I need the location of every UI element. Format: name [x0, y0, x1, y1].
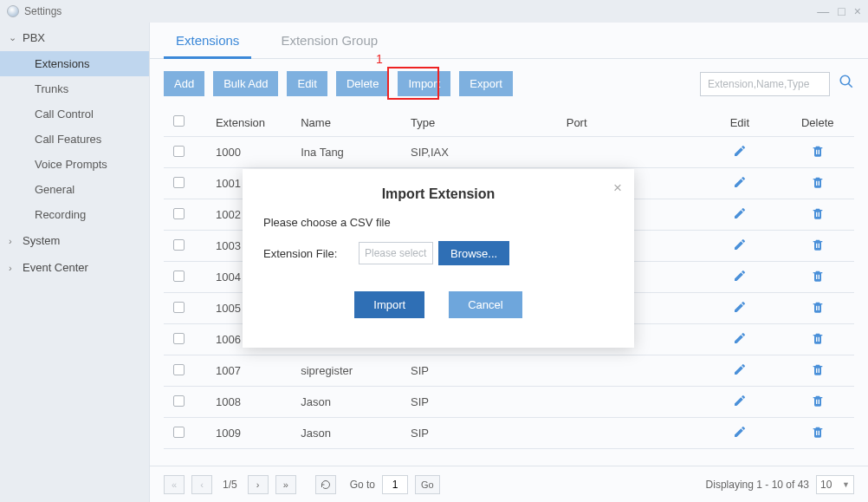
- extension-file-input[interactable]: Please select: [359, 242, 433, 264]
- delete-icon[interactable]: [811, 272, 825, 285]
- bulk-add-button[interactable]: Bulk Add: [213, 71, 278, 96]
- row-checkbox[interactable]: [173, 302, 185, 313]
- sidebar-item-general[interactable]: General: [0, 177, 149, 202]
- tab-extensions[interactable]: Extensions: [164, 29, 251, 59]
- window-close-button[interactable]: ×: [854, 0, 861, 23]
- cell-type: SIP,IAX: [405, 137, 561, 168]
- edit-icon[interactable]: [733, 366, 747, 379]
- page-refresh-button[interactable]: [315, 475, 336, 494]
- sidebar-item-trunks[interactable]: Trunks: [0, 76, 149, 101]
- page-next-button[interactable]: ›: [248, 475, 269, 494]
- row-checkbox[interactable]: [173, 395, 185, 407]
- tab-extension-group[interactable]: Extension Group: [269, 29, 390, 58]
- cell-type: SIP: [405, 387, 561, 418]
- chevron-down-icon: ⌄: [9, 32, 17, 43]
- table-row: 1009JasonSIP: [164, 418, 854, 449]
- close-icon[interactable]: ×: [613, 179, 622, 197]
- col-type: Type: [405, 108, 561, 137]
- row-checkbox[interactable]: [173, 146, 185, 157]
- edit-icon[interactable]: [733, 303, 747, 316]
- edit-button[interactable]: Edit: [287, 71, 327, 96]
- import-extension-dialog: × Import Extension Please choose a CSV f…: [243, 169, 634, 348]
- edit-icon[interactable]: [733, 272, 747, 285]
- col-extension: Extension: [195, 108, 295, 137]
- window-maximize-button[interactable]: □: [838, 0, 845, 23]
- dialog-instruction: Please choose a CSV file: [263, 216, 391, 229]
- sidebar-item-call-control[interactable]: Call Control: [0, 101, 149, 127]
- delete-icon[interactable]: [811, 428, 825, 441]
- edit-icon[interactable]: [733, 147, 747, 160]
- edit-icon[interactable]: [733, 397, 747, 410]
- cell-extension: 1008: [195, 387, 295, 418]
- edit-icon[interactable]: [733, 241, 747, 254]
- tab-bar: Extensions Extension Group: [150, 23, 868, 59]
- delete-icon[interactable]: [811, 335, 825, 348]
- search-input[interactable]: [700, 72, 830, 96]
- select-all-checkbox[interactable]: [173, 115, 185, 127]
- toolbar: Add Bulk Add Edit Delete Import Export: [150, 59, 868, 108]
- sidebar-item-call-features[interactable]: Call Features: [0, 127, 149, 152]
- edit-icon[interactable]: [733, 210, 747, 223]
- sidebar-group-system[interactable]: › System: [0, 227, 149, 254]
- delete-icon[interactable]: [811, 366, 825, 379]
- sidebar-item-extensions[interactable]: Extensions: [0, 51, 149, 76]
- col-edit: Edit: [698, 108, 781, 137]
- edit-icon[interactable]: [733, 428, 747, 441]
- dialog-title: Import Extension: [263, 183, 613, 216]
- delete-icon[interactable]: [811, 397, 825, 410]
- cell-extension: 1009: [195, 418, 295, 449]
- browse-button[interactable]: Browse...: [438, 241, 509, 265]
- row-checkbox[interactable]: [173, 333, 185, 344]
- page-last-button[interactable]: »: [275, 475, 296, 494]
- delete-button[interactable]: Delete: [336, 71, 390, 96]
- delete-icon[interactable]: [811, 210, 825, 223]
- sidebar-group-label: Event Center: [23, 261, 88, 274]
- cell-name: Jason: [295, 387, 405, 418]
- sidebar-item-voice-prompts[interactable]: Voice Prompts: [0, 152, 149, 177]
- row-checkbox[interactable]: [173, 364, 185, 375]
- row-checkbox[interactable]: [173, 271, 185, 282]
- window-minimize-button[interactable]: —: [817, 0, 829, 23]
- edit-icon[interactable]: [733, 179, 747, 192]
- cell-type: SIP: [405, 355, 561, 387]
- sidebar-item-recording[interactable]: Recording: [0, 202, 149, 227]
- col-delete: Delete: [781, 108, 854, 137]
- import-button[interactable]: Import: [398, 71, 450, 96]
- svg-point-0: [840, 75, 850, 85]
- row-checkbox[interactable]: [173, 427, 185, 438]
- window-titlebar: Settings — □ ×: [0, 0, 868, 23]
- cell-port: [561, 387, 699, 418]
- sidebar-group-event-center[interactable]: › Event Center: [0, 254, 149, 281]
- delete-icon[interactable]: [811, 241, 825, 254]
- row-checkbox[interactable]: [173, 239, 185, 251]
- page-prev-button[interactable]: ‹: [191, 475, 212, 494]
- edit-icon[interactable]: [733, 335, 747, 348]
- row-checkbox[interactable]: [173, 208, 185, 219]
- per-page-select[interactable]: 10 ▼: [816, 475, 854, 494]
- sidebar-group-pbx[interactable]: ⌄ PBX: [0, 24, 149, 51]
- table-row: 1000Ina TangSIP,IAX: [164, 137, 854, 168]
- cell-port: [561, 137, 699, 168]
- page-display: 1/5: [219, 479, 241, 491]
- cell-port: [561, 418, 699, 449]
- cell-extension: 1007: [195, 355, 295, 387]
- delete-icon[interactable]: [811, 303, 825, 316]
- sidebar-group-label: System: [23, 234, 60, 247]
- cell-extension: 1000: [195, 137, 295, 168]
- dialog-import-button[interactable]: Import: [354, 291, 424, 318]
- goto-input[interactable]: [382, 475, 408, 494]
- sidebar-group-label: PBX: [23, 31, 45, 44]
- delete-icon[interactable]: [811, 147, 825, 160]
- goto-label: Go to: [350, 479, 375, 491]
- page-first-button[interactable]: «: [164, 475, 185, 494]
- search-icon[interactable]: [839, 74, 854, 94]
- dialog-cancel-button[interactable]: Cancel: [449, 291, 521, 318]
- export-button[interactable]: Export: [459, 71, 513, 96]
- pagination-footer: « ‹ 1/5 › » Go to Go Displaying 1 - 10 o…: [150, 466, 868, 502]
- add-button[interactable]: Add: [164, 71, 204, 96]
- row-checkbox[interactable]: [173, 177, 185, 188]
- go-button[interactable]: Go: [415, 475, 440, 494]
- table-row: 1007sipregisterSIP: [164, 355, 854, 387]
- delete-icon[interactable]: [811, 179, 825, 192]
- cell-name: sipregister: [295, 355, 405, 387]
